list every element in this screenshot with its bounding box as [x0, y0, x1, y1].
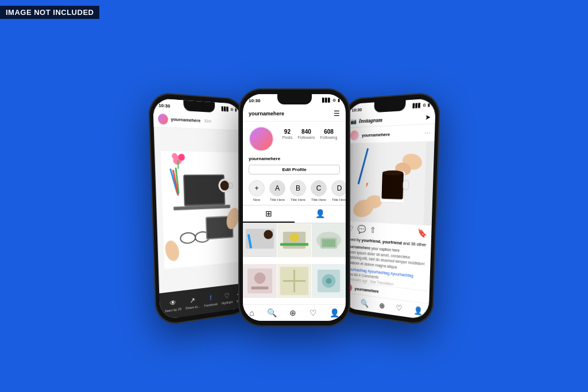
signal-icon-c: ▋▋▋: [322, 98, 331, 103]
highlight-a-circle: A: [269, 180, 285, 196]
highlight-b-circle: B: [290, 180, 306, 196]
photo-2[interactable]: [277, 223, 311, 257]
tab-tagged[interactable]: 👤: [294, 205, 346, 223]
right-nav-profile[interactable]: 👤: [413, 305, 423, 316]
svg-rect-29: [280, 243, 308, 246]
svg-rect-53: [381, 173, 404, 199]
highlight-c-label: Title Here: [311, 198, 326, 201]
post-username: yournamehere: [361, 130, 421, 138]
share-label: Share to...: [185, 304, 200, 310]
right-nav-add[interactable]: ⊕: [379, 301, 385, 310]
battery-icon-c: ▮: [338, 98, 340, 103]
comment-icon[interactable]: 💬: [357, 224, 366, 233]
time-right: 10:30: [351, 107, 362, 112]
highlight-c-circle: C: [311, 180, 327, 196]
highlight-c[interactable]: C Title Here: [311, 180, 327, 201]
photo-6[interactable]: [312, 264, 346, 298]
nav-profile[interactable]: 👤: [329, 308, 339, 317]
profile-stats: 92 Posts 840 Followers 608 Following: [280, 126, 340, 139]
photo-3[interactable]: [312, 223, 346, 257]
post-user-avatar: [350, 130, 359, 140]
bookmark-icon[interactable]: 🔖: [417, 227, 427, 238]
following-count: 608: [324, 129, 334, 135]
time-left: 10:30: [158, 102, 170, 108]
profile-username-top: yournamehere: [249, 111, 284, 117]
notch-left: [183, 100, 214, 112]
highlight-new[interactable]: + New: [249, 180, 265, 201]
likes-count: and 36 other: [403, 240, 426, 247]
status-icons-left: ▋▋▋ ⊙ ▮: [221, 107, 237, 112]
status-icons-center: ▋▋▋ ⊙ ▮: [322, 98, 340, 103]
wifi-icon-c: ⊙: [332, 98, 336, 103]
post-image: [343, 141, 434, 225]
phone-left: 10:30 ▋▋▋ ⊙ ▮ yournamehere 31m: [148, 91, 251, 327]
phone-right-screen: 10:30 ▋▋▋ ⊙ ▮ 📷 Instagram ➤: [341, 98, 435, 320]
story-time: 31m: [204, 119, 211, 123]
profile-info: 92 Posts 840 Followers 608 Following: [243, 122, 346, 154]
svg-rect-33: [322, 239, 335, 247]
wifi-icon: ⊙: [230, 107, 233, 112]
send-icon[interactable]: ➤: [424, 112, 430, 121]
right-nav-search[interactable]: 🔍: [360, 298, 368, 308]
photo-4[interactable]: [243, 264, 277, 298]
right-nav-heart[interactable]: ♡: [396, 303, 403, 313]
story-seen: 👁 Seen by 25: [164, 297, 181, 312]
seen-icon: 👁: [169, 298, 176, 307]
nav-heart[interactable]: ♡: [309, 308, 316, 317]
phone-center: 10:30 ▋▋▋ ⊙ ▮ yournamehere ☰: [238, 88, 350, 327]
photo-5[interactable]: [277, 264, 311, 298]
nav-search[interactable]: 🔍: [266, 308, 276, 317]
time-center: 10:30: [249, 98, 260, 103]
edit-profile-button[interactable]: Edit Profile: [249, 165, 340, 174]
posts-label: Posts: [282, 135, 292, 139]
highlight-label: Highlight: [221, 300, 233, 305]
story-username: yournamehere: [171, 117, 200, 123]
profile-menu-icon[interactable]: ☰: [334, 110, 340, 118]
insta-header-left: 📷 Instagram: [350, 116, 382, 125]
profile-screen: yournamehere ☰ 92 Posts 840 Followers: [243, 94, 346, 321]
highlight-d[interactable]: D Title Here: [331, 180, 346, 201]
profile-header-bar: yournamehere ☰: [243, 106, 346, 122]
story-avatar: [157, 113, 168, 125]
wifi-icon-r: ⊙: [422, 103, 425, 108]
facebook-label: Facebook: [204, 302, 218, 307]
photo-1[interactable]: [243, 223, 277, 257]
highlight-a[interactable]: A Title Here: [269, 180, 285, 201]
highlight-b[interactable]: B Title Here: [290, 180, 306, 201]
highlights-row: + New A Title Here B Title Here C Title …: [243, 177, 346, 205]
caption-text: your caption here: [371, 246, 399, 252]
camera-icon: 📷: [350, 118, 356, 124]
stat-following: 608 Following: [320, 129, 337, 139]
post-more-button[interactable]: ⋯: [424, 129, 430, 136]
followers-count: 840: [301, 129, 311, 135]
svg-rect-3: [184, 175, 224, 204]
nav-add[interactable]: ⊕: [289, 308, 296, 317]
share-post-icon[interactable]: ⇧: [369, 225, 376, 234]
story-highlight[interactable]: ♡ Highlight: [220, 290, 233, 304]
tab-grid[interactable]: ⊞: [243, 205, 295, 223]
phones-container: 10:30 ▋▋▋ ⊙ ▮ yournamehere 31m: [0, 34, 588, 381]
nav-home[interactable]: ⌂: [249, 308, 254, 317]
highlight-d-circle: D: [331, 180, 346, 196]
watermark-label: IMAGE NOT INCLUDED: [0, 6, 99, 19]
caption-body: Lorem ipsum dolor sit amet, consectetur …: [346, 249, 424, 269]
story-image-area: [153, 127, 246, 293]
story-share[interactable]: ↗ Share to...: [185, 295, 200, 310]
highlight-icon: ♡: [224, 291, 230, 300]
seen-label: Seen by 25: [164, 306, 181, 312]
followers-label: Followers: [297, 135, 315, 139]
stat-posts: 92 Posts: [282, 129, 292, 139]
profile-avatar: [249, 126, 274, 152]
phone-center-screen: 10:30 ▋▋▋ ⊙ ▮ yournamehere ☰: [243, 94, 346, 321]
highlight-new-label: New: [253, 198, 260, 201]
story-facebook[interactable]: f Facebook: [203, 293, 217, 307]
phone-left-screen: 10:30 ▋▋▋ ⊙ ▮ yournamehere 31m: [152, 98, 247, 320]
status-icons-right: ▋▋▋ ⊙ ▮: [412, 102, 430, 108]
highlight-d-label: Title Here: [332, 198, 346, 201]
highlight-new-circle: +: [249, 180, 265, 196]
facebook-icon: f: [209, 293, 211, 301]
profile-bottom-nav: ⌂ 🔍 ⊕ ♡ 👤: [243, 304, 346, 321]
phone-right: 10:30 ▋▋▋ ⊙ ▮ 📷 Instagram ➤: [337, 91, 440, 327]
notch-right: [373, 100, 405, 112]
highlight-b-label: Title Here: [291, 198, 305, 201]
